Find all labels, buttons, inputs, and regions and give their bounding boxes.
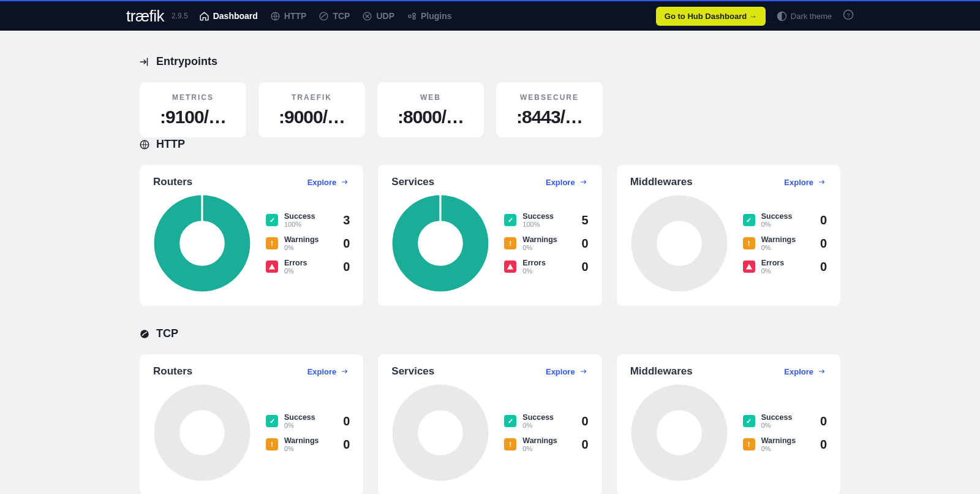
entry-name: TRAEFIK [267,93,356,102]
warning-icon: ! [743,438,755,450]
check-icon: ✓ [743,214,755,226]
svg-point-3 [409,15,411,17]
donut-chart [153,384,251,482]
stat-count: 0 [343,438,350,452]
card-http-services: ServicesExplore✓Success100%5!Warnings0%0… [377,164,602,306]
stat-count: 0 [582,260,589,274]
stat-count: 0 [582,414,589,428]
content: Entrypoints METRICS:9100/…TRAEFIK:9000/…… [132,31,848,494]
entry-port: :8000/… [386,107,475,127]
stat-pct: 0% [761,422,820,429]
stat-label: Success [284,413,343,422]
svg-point-15 [140,330,149,338]
stat-label: Warnings [761,235,820,244]
warning-icon: ! [743,237,755,249]
stat-warnings: !Warnings0%0 [266,235,350,251]
nav: DashboardHTTPTCPUDPPlugins [199,11,452,21]
nav-item-http[interactable]: HTTP [270,11,307,21]
stat-label: Errors [761,259,820,267]
arrow-right-icon [340,368,350,375]
stat-success: ✓Success100%3 [266,212,350,228]
entry-port: :9000/… [267,107,356,127]
stat-label: Errors [522,259,581,267]
stat-success: ✓Success0%0 [743,212,827,228]
svg-point-14 [644,208,714,278]
card-body: ✓Success0%0!Warnings0%0 [391,384,588,482]
card-body: ✓Success0%0!Warnings0%0 [630,384,827,482]
stat-warnings: !Warnings0%0 [504,436,588,452]
stat-success: ✓Success0%0 [266,413,350,429]
stat-count: 0 [343,260,350,274]
stats: ✓Success0%0!Warnings0%0Errors0%0 [743,212,827,275]
logo-suffix: fik [149,7,165,25]
logo[interactable]: træfik [11,7,164,26]
error-icon [504,260,516,273]
stat-label: Success [761,212,820,221]
card-head: ServicesExplore [391,365,588,378]
stat-warnings: !Warnings0%0 [504,235,588,251]
section-entrypoints-title: Entrypoints [139,55,841,68]
stat-pct: 0% [761,244,820,251]
entrypoint-card[interactable]: WEB:8000/… [377,82,484,138]
entrypoint-card[interactable]: WEBSECURE:8443/… [496,82,603,138]
help-icon[interactable]: ? [843,9,854,23]
entrypoint-card[interactable]: METRICS:9100/… [139,82,247,138]
nav-item-dashboard[interactable]: Dashboard [199,11,258,21]
stat-pct: 0% [284,445,343,452]
explore-link[interactable]: Explore [546,367,589,376]
stat-label: Warnings [522,235,581,244]
stat-pct: 0% [522,445,581,452]
stat-pct: 0% [761,221,820,228]
stats: ✓Success100%5!Warnings0%0Errors0%0 [504,212,588,275]
stat-warnings: !Warnings0%0 [266,436,350,452]
stats: ✓Success0%0!Warnings0%0 [504,413,588,452]
logo-prefix: tr [126,7,135,25]
stat-pct: 0% [522,267,581,275]
section-title-tcp: TCP [139,327,841,340]
half-moon-icon [777,11,787,21]
entrypoints-row: METRICS:9100/…TRAEFIK:9000/…WEB:8000/…WE… [139,82,841,138]
card-head: MiddlewaresExplore [630,176,827,188]
stat-pct: 100% [522,221,581,228]
cards-row-http: RoutersExplore✓Success100%3!Warnings0%0E… [139,164,841,306]
stat-count: 3 [343,213,350,227]
stat-success: ✓Success0%0 [504,413,588,429]
stat-warnings: !Warnings0%0 [743,436,827,452]
error-icon [266,260,278,273]
card-http-routers: RoutersExplore✓Success100%3!Warnings0%0E… [139,164,364,306]
card-head: ServicesExplore [391,176,588,188]
nav-item-plugins[interactable]: Plugins [407,11,452,21]
donut-chart [391,384,489,482]
stat-count: 0 [343,414,350,428]
explore-link[interactable]: Explore [307,367,350,376]
stat-count: 0 [820,213,827,227]
nav-item-tcp[interactable]: TCP [318,11,350,21]
card-http-middlewares: MiddlewaresExplore✓Success0%0!Warnings0%… [616,164,841,306]
check-icon: ✓ [504,214,516,226]
nav-item-udp[interactable]: UDP [362,11,394,21]
nav-label: Dashboard [213,11,258,21]
arrow-right-icon [340,178,350,186]
donut-chart [630,194,728,292]
explore-link[interactable]: Explore [784,367,827,376]
stats: ✓Success100%3!Warnings0%0Errors0%0 [266,212,350,275]
svg-text:?: ? [846,12,850,18]
warning-icon: ! [266,438,278,450]
explore-link[interactable]: Explore [784,178,827,187]
card-tcp-services: ServicesExplore✓Success0%0!Warnings0%0 [377,354,602,494]
stat-pct: 0% [284,244,343,251]
card-body: ✓Success0%0!Warnings0%0 [153,384,350,482]
stats: ✓Success0%0!Warnings0%0 [266,413,350,452]
explore-link[interactable]: Explore [307,178,350,187]
donut-chart [391,194,489,292]
stat-count: 0 [343,237,350,251]
stat-label: Success [284,212,343,221]
card-title: Services [391,176,434,188]
stat-pct: 100% [284,221,343,228]
stat-label: Errors [284,259,343,267]
entrypoint-card[interactable]: TRAEFIK:9000/… [258,82,366,138]
theme-toggle[interactable]: Dark theme [777,11,832,21]
card-body: ✓Success100%5!Warnings0%0Errors0%0 [391,194,588,292]
explore-link[interactable]: Explore [546,178,589,187]
hub-button[interactable]: Go to Hub Dashboard → [656,7,766,26]
